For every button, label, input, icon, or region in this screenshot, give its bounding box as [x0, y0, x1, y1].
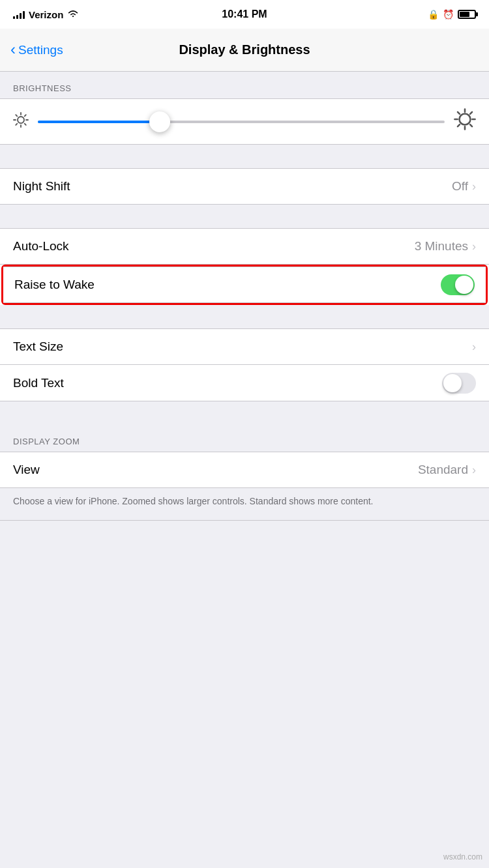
text-size-value: ›	[472, 340, 476, 354]
zoom-description: Choose a view for iPhone. Zoomed shows l…	[0, 488, 489, 521]
back-label: Settings	[18, 43, 63, 57]
display-zoom-section-label: DISPLAY ZOOM	[0, 425, 489, 452]
brightness-slider[interactable]	[38, 109, 445, 135]
night-shift-chevron-icon: ›	[472, 180, 476, 194]
night-shift-value: Off ›	[452, 179, 476, 194]
view-row[interactable]: View Standard ›	[0, 452, 489, 488]
status-bar: Verizon 10:41 PM 🔒 ⏰	[0, 0, 489, 29]
status-left: Verizon	[13, 9, 79, 20]
bold-text-label: Bold Text	[13, 376, 64, 390]
bold-text-toggle[interactable]	[442, 373, 476, 394]
text-size-row[interactable]: Text Size ›	[0, 328, 489, 365]
separator-2	[0, 205, 489, 228]
brightness-row	[0, 98, 489, 145]
raise-to-wake-label: Raise to Wake	[14, 278, 95, 292]
svg-line-8	[16, 123, 17, 124]
view-label: View	[13, 463, 40, 477]
view-value: Standard ›	[418, 463, 476, 477]
raise-to-wake-container: Raise to Wake	[0, 265, 489, 305]
view-chevron-icon: ›	[472, 463, 476, 477]
raise-to-wake-row[interactable]: Raise to Wake	[3, 267, 486, 303]
brightness-high-icon	[454, 108, 476, 135]
page-title: Display & Brightness	[179, 42, 310, 57]
status-right: 🔒 ⏰	[428, 9, 476, 20]
svg-point-9	[460, 114, 471, 125]
auto-lock-chevron-icon: ›	[472, 240, 476, 253]
svg-line-16	[470, 112, 472, 114]
carrier-label: Verizon	[29, 9, 63, 20]
auto-lock-row[interactable]: Auto-Lock 3 Minutes ›	[0, 228, 489, 265]
auto-lock-value: 3 Minutes ›	[415, 239, 476, 253]
alarm-icon: ⏰	[443, 9, 454, 20]
svg-line-15	[470, 124, 472, 126]
brightness-section-label: BRIGHTNESS	[0, 72, 489, 98]
wifi-icon	[67, 9, 79, 20]
svg-line-14	[458, 112, 460, 114]
text-size-label: Text Size	[13, 340, 63, 354]
text-size-chevron-icon: ›	[472, 340, 476, 354]
auto-lock-label: Auto-Lock	[13, 239, 69, 253]
raise-to-wake-toggle-knob	[455, 276, 473, 294]
svg-line-17	[458, 124, 460, 126]
raise-to-wake-toggle[interactable]	[441, 274, 475, 295]
battery-icon	[458, 10, 476, 19]
brightness-low-icon	[13, 112, 29, 132]
watermark: wsxdn.com	[443, 852, 482, 861]
svg-line-5	[16, 115, 17, 116]
separator-1	[0, 145, 489, 168]
svg-line-6	[25, 123, 26, 124]
bold-text-row[interactable]: Bold Text	[0, 365, 489, 401]
separator-3	[0, 305, 489, 328]
back-chevron-icon: ‹	[10, 42, 16, 57]
status-time: 10:41 PM	[222, 8, 267, 20]
signal-icon	[13, 10, 25, 19]
svg-point-0	[18, 117, 24, 123]
svg-line-7	[25, 115, 26, 116]
night-shift-row[interactable]: Night Shift Off ›	[0, 168, 489, 205]
separator-4	[0, 401, 489, 425]
back-button[interactable]: ‹ Settings	[10, 43, 63, 57]
bold-text-toggle-knob	[443, 374, 462, 392]
nav-bar: ‹ Settings Display & Brightness	[0, 29, 489, 72]
lock-icon: 🔒	[428, 9, 439, 20]
night-shift-label: Night Shift	[13, 179, 70, 194]
